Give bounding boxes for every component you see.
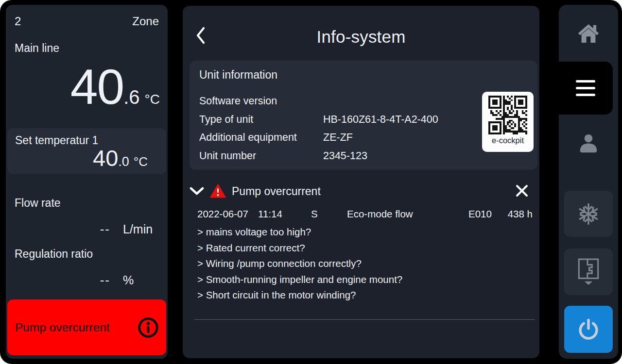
snowflake-icon [577, 202, 600, 226]
set-temperature-value: 40 .0 °C [93, 147, 148, 169]
regulation-ratio-row: -- % [15, 273, 159, 288]
alarm-banner-label: Pump overcurrent [15, 321, 110, 334]
e-cockpit-qr[interactable]: e-cockpit [482, 92, 534, 152]
cooling-button[interactable] [564, 191, 613, 237]
main-temp-unit: °C [145, 92, 160, 107]
chevron-down-icon [190, 186, 204, 196]
collapse-button[interactable] [190, 186, 206, 196]
page-title: Info-system [183, 27, 539, 47]
mold-select-button[interactable] [564, 248, 613, 295]
main-line-label: Main line [15, 42, 59, 55]
alarm-title: Pump overcurrent [232, 185, 321, 198]
info-system-panel: Info-system Unit information Software ve… [183, 6, 539, 358]
check-item: > Smooth-running impeller and engine mou… [197, 272, 535, 288]
alarm-status: S [311, 208, 318, 220]
alarm-meta-row: 2022-06-07 11:14 S Eco-mode flow E010 43… [190, 208, 537, 222]
warning-icon [210, 184, 226, 199]
unit-info-row: Unit number 2345-123 [199, 150, 528, 168]
regulation-ratio-unit: % [123, 273, 159, 287]
alarm-date: 2022-06-07 [197, 208, 248, 220]
zone-number: 2 [15, 15, 21, 28]
zone-header: 2 Zone [15, 15, 159, 28]
unit-information-title: Unit information [199, 68, 528, 82]
user-button[interactable] [559, 115, 618, 172]
set-temp-fraction: .0 [118, 154, 129, 169]
mold-icon [577, 258, 600, 286]
nav-sidebar [559, 5, 618, 359]
menu-button-active[interactable] [546, 62, 613, 115]
alarm-hours: 438 h [508, 208, 533, 220]
check-item: > Short circuit in the motor winding? [197, 287, 535, 303]
regulation-ratio-value: -- [15, 273, 110, 288]
main-temp-integer: 40 [70, 62, 123, 112]
alarm-mode: Eco-mode flow [347, 208, 413, 220]
main-temp-fraction: .6 [123, 86, 139, 108]
check-item: > mains voltage too high? [197, 224, 535, 240]
regulation-ratio-label: Regulation ratio [15, 248, 93, 261]
alarm-time: 11:14 [258, 208, 282, 220]
check-item: > Wiring /pump connection correctly? [197, 256, 535, 272]
check-item: > Rated current correct? [197, 240, 535, 256]
power-icon [577, 318, 600, 341]
close-icon [515, 184, 529, 198]
alarm-close-button[interactable] [513, 182, 531, 199]
set-temperature-label: Set temperatur 1 [15, 134, 98, 147]
flow-rate-unit: L/min [123, 222, 159, 236]
unit-info-row: Additional equipment ZE-ZF [199, 132, 528, 150]
home-icon [577, 23, 600, 44]
main-line-temperature: 40 .6 °C [6, 62, 160, 112]
row-label: Unit number [199, 150, 323, 162]
alarm-checklist: > mains voltage too high? > Rated curren… [197, 224, 535, 303]
row-label: Software version [199, 95, 323, 107]
qr-code-icon [488, 96, 527, 134]
zone-label: Zone [132, 15, 159, 28]
menu-icon [576, 80, 595, 96]
flow-rate-row: -- L/min [15, 222, 159, 237]
row-label: Additional equipment [199, 132, 323, 144]
hmi-screen: 2 Zone Main line 40 .6 °C Set temperatur… [0, 0, 622, 364]
unit-info-row: Type of unit HB-160Z61-8-4T-A2-400 [199, 114, 528, 132]
power-button[interactable] [564, 306, 613, 353]
unit-info-row: Software version [199, 95, 528, 114]
alarm-code: E010 [468, 208, 492, 220]
row-label: Type of unit [199, 114, 323, 126]
user-icon [577, 132, 600, 154]
flow-rate-label: Flow rate [15, 197, 61, 210]
set-temp-integer: 40 [93, 147, 118, 169]
info-icon [137, 316, 159, 339]
alarm-detail-header: Pump overcurrent [190, 182, 537, 200]
qr-caption: e-cockpit [492, 136, 524, 145]
alarm-banner[interactable]: Pump overcurrent [7, 299, 166, 355]
set-temp-unit: °C [134, 154, 148, 169]
flow-rate-value: -- [15, 222, 110, 237]
unit-information-card: Unit information Software version Type o… [190, 61, 537, 170]
set-temperature-card[interactable]: Set temperatur 1 40 .0 °C [7, 128, 166, 174]
zone-status-panel: 2 Zone Main line 40 .6 °C Set temperatur… [6, 5, 168, 359]
home-button[interactable] [559, 5, 618, 62]
section-divider [194, 319, 535, 320]
